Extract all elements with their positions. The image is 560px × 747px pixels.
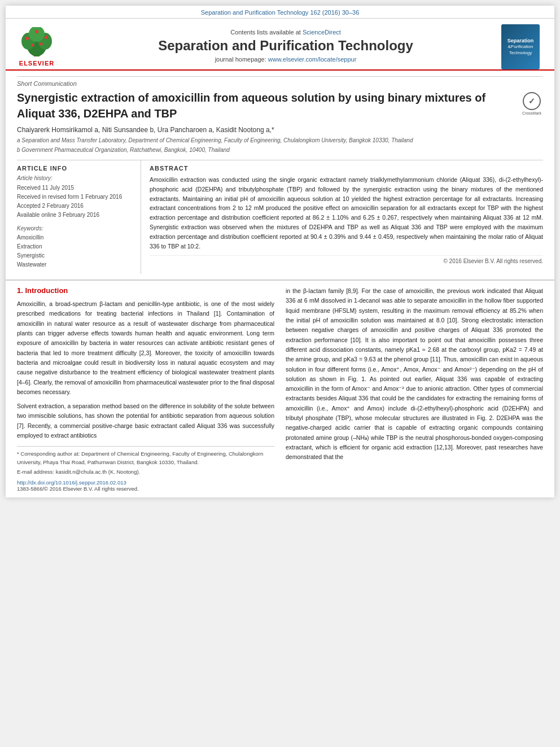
journal-badge: Separation &Purification Technology: [501, 24, 540, 69]
body-col1-para2: Solvent extraction, a separation method …: [17, 401, 274, 440]
svg-point-6: [45, 36, 48, 39]
crossmark-icon: ✓: [523, 92, 541, 110]
elsevier-label: ELSEVIER: [19, 60, 54, 67]
keyword-2: Extraction: [17, 242, 135, 251]
journal-title: Separation and Purification Technology: [79, 38, 492, 54]
journal-badge-area: Separation &Purification Technology: [498, 24, 543, 69]
revised-date: Received in revised form 1 February 2016: [17, 193, 135, 202]
journal-homepage: journal homepage: www.elsevier.com/locat…: [79, 56, 492, 63]
info-abstract-section: ARTICLE INFO Article history: Received 1…: [17, 160, 543, 274]
keyword-4: Wastewater: [17, 260, 135, 269]
issn-line: 1383-5866/© 2016 Elsevier B.V. All right…: [17, 486, 274, 492]
keyword-1: Amoxicillin: [17, 233, 135, 242]
footnote-section: * Corresponding author at: Department of…: [17, 446, 274, 492]
doi-link[interactable]: http://dx.doi.org/10.1016/j.seppur.2016.…: [17, 479, 274, 486]
affiliation-b: b Government Pharmaceutical Organization…: [17, 146, 543, 154]
article-type-label: Short Communication: [17, 76, 543, 87]
abstract-column: ABSTRACT Amoxicillin extraction was cond…: [141, 160, 543, 274]
page: Separation and Purification Technology 1…: [6, 6, 554, 497]
abstract-text: Amoxicillin extraction was conducted usi…: [150, 175, 543, 251]
keyword-3: Synergistic: [17, 251, 135, 260]
available-date: Available online 3 February 2016: [17, 211, 135, 220]
article-title-row: Synergistic extraction of amoxicillin fr…: [17, 90, 543, 121]
body-section: 1. Introduction Amoxicillin, a broad-spe…: [6, 279, 554, 497]
article-section: Short Communication Synergistic extracti…: [6, 71, 554, 279]
authors-line: Chaiyarerk Homsirikamol a, Niti Sunsande…: [17, 126, 543, 134]
article-info-heading: ARTICLE INFO: [17, 165, 135, 172]
abstract-heading: ABSTRACT: [150, 165, 543, 172]
journal-reference-bar: Separation and Purification Technology 1…: [6, 6, 554, 19]
badge-title-2: &Purification: [508, 44, 533, 49]
corresponding-author-label: * Corresponding author at: Department of…: [17, 450, 274, 466]
accepted-date: Accepted 2 February 2016: [17, 202, 135, 211]
body-col-right: in the β-lactam family [8,9]. For the ca…: [286, 286, 543, 492]
journal-reference: Separation and Purification Technology 1…: [201, 9, 360, 16]
crossmark-area: ✓ CrossMark: [520, 92, 543, 115]
journal-header: ELSEVIER Contents lists available at Sci…: [6, 19, 554, 71]
copyright-line: © 2016 Elsevier B.V. All rights reserved…: [150, 255, 543, 264]
two-col-body: 1. Introduction Amoxicillin, a broad-spe…: [17, 286, 543, 492]
crossmark-label: CrossMark: [522, 111, 541, 115]
received-date: Received 11 July 2015: [17, 184, 135, 193]
elsevier-tree-icon: [17, 27, 56, 58]
affiliation-a: a Separation and Mass Transfer Laborator…: [17, 136, 543, 145]
elsevier-logo: ELSEVIER: [17, 27, 56, 67]
badge-title-1: Separation: [508, 38, 534, 43]
article-title: Synergistic extraction of amoxicillin fr…: [17, 90, 515, 121]
contents-line: Contents lists available at ScienceDirec…: [79, 29, 492, 36]
homepage-url[interactable]: www.elsevier.com/locate/seppur: [268, 56, 357, 63]
svg-point-5: [25, 37, 29, 40]
journal-title-area: Contents lists available at ScienceDirec…: [79, 24, 492, 69]
badge-title-3: Technology: [509, 50, 532, 55]
section1-heading: 1. Introduction: [17, 286, 274, 295]
email-footnote: E-mail address: kasidit.n@chula.ac.th (K…: [17, 468, 274, 476]
body-col2-para1: in the β-lactam family [8,9]. For the ca…: [286, 286, 543, 462]
svg-point-7: [35, 30, 38, 33]
svg-point-9: [40, 43, 43, 46]
authors-text: Chaiyarerk Homsirikamol a, Niti Sunsande…: [17, 126, 274, 134]
article-info-column: ARTICLE INFO Article history: Received 1…: [17, 160, 141, 274]
elsevier-logo-area: ELSEVIER: [17, 24, 73, 69]
keywords-section: Keywords: Amoxicillin Extraction Synergi…: [17, 225, 135, 269]
svg-point-8: [32, 44, 34, 47]
history-label: Article history:: [17, 175, 135, 181]
keywords-label: Keywords:: [17, 225, 135, 231]
sciencedirect-link[interactable]: ScienceDirect: [303, 29, 341, 36]
body-col1-para1: Amoxicillin, a broad-spectrum β-lactam a…: [17, 299, 274, 397]
body-col-left: 1. Introduction Amoxicillin, a broad-spe…: [17, 286, 274, 492]
